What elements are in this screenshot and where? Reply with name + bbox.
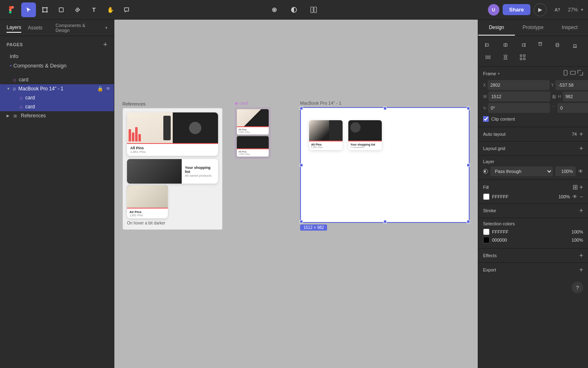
- layer-card-toplevel[interactable]: ◇ card: [0, 75, 114, 84]
- grid-snap-button[interactable]: [267, 2, 282, 17]
- figma-logo-icon[interactable]: [5, 3, 18, 16]
- constrain-proportions-button[interactable]: ⛓: [552, 94, 556, 99]
- selection-mid-right: [467, 164, 470, 167]
- clip-content-checkbox[interactable]: [483, 116, 489, 122]
- fill-section-header: Fill ⊞ +: [483, 183, 583, 191]
- sel-black-swatch[interactable]: [483, 237, 490, 243]
- hand-tool-button[interactable]: ✋: [103, 2, 118, 17]
- auto-layout-title: Auto layout: [483, 132, 506, 137]
- layout-grid-add-button[interactable]: +: [579, 145, 583, 152]
- lock-icon: 🔒: [97, 86, 103, 92]
- fill-color-swatch[interactable]: [483, 193, 490, 200]
- help-button[interactable]: ?: [572, 282, 583, 293]
- frame-resize-button[interactable]: [577, 70, 583, 77]
- theme-toggle-button[interactable]: [287, 2, 301, 17]
- pen-tool-button[interactable]: [70, 2, 85, 17]
- card-component-wrapper: ◆ card All Pins 1,851 Pins: [235, 101, 271, 159]
- align-bottom-button[interactable]: [568, 39, 581, 51]
- export-section: Export +: [478, 263, 588, 277]
- sel-color-row-black: 000000 100%: [483, 237, 583, 243]
- text-tool-button[interactable]: T: [87, 2, 101, 17]
- ai-button[interactable]: A?: [550, 2, 565, 17]
- w-input[interactable]: [488, 92, 550, 101]
- page-info[interactable]: info: [7, 52, 107, 61]
- align-center-h-button[interactable]: [499, 39, 512, 51]
- align-tools: [478, 36, 588, 66]
- sel-white-hex: FFFFFF: [492, 229, 569, 234]
- shape-tool-button[interactable]: [54, 2, 69, 17]
- mini-card-1-bg: [237, 109, 269, 126]
- auto-layout-add-button[interactable]: +: [579, 130, 583, 138]
- sel-white-swatch[interactable]: [483, 229, 490, 235]
- macbook-card-2-circle: [350, 122, 361, 132]
- layout-grid-section: Layout grid +: [478, 141, 588, 156]
- references-frame-wrapper: References: [122, 101, 223, 230]
- effects-add-button[interactable]: +: [579, 252, 583, 259]
- layer-card-child-2[interactable]: ◇ card: [0, 102, 114, 111]
- x-input[interactable]: [488, 80, 550, 90]
- fill-row: FFFFFF 100% 👁 −: [483, 193, 583, 200]
- assets-tab[interactable]: Assets: [28, 23, 42, 32]
- align-left-button[interactable]: [481, 39, 494, 51]
- comment-tool-button[interactable]: [119, 2, 134, 17]
- svg-rect-0: [43, 8, 47, 12]
- distribute-h-button[interactable]: [481, 52, 494, 63]
- mini-card-2-info: All Pins 1,851 Pins: [237, 149, 269, 157]
- xy-row: X Y: [483, 80, 583, 90]
- fill-add-button[interactable]: +: [579, 183, 583, 191]
- y-input[interactable]: [555, 80, 588, 90]
- frame-tool-button[interactable]: [38, 2, 52, 17]
- add-page-button[interactable]: +: [103, 41, 107, 48]
- layer-card-child-1[interactable]: ◇ card: [0, 93, 114, 102]
- fill-visibility-button[interactable]: 👁: [572, 194, 577, 200]
- frame-landscape-button[interactable]: [570, 70, 576, 77]
- fill-options-button[interactable]: ⊞: [572, 183, 578, 191]
- frame-icons: [563, 70, 583, 77]
- fill-opacity-value[interactable]: 100%: [554, 194, 570, 199]
- macbook-frame[interactable]: All Pins 1,851 Pins Your shopping list: [300, 107, 470, 223]
- layer-visibility-button[interactable]: 👁: [578, 168, 583, 174]
- export-add-button[interactable]: +: [579, 266, 583, 274]
- design-tab[interactable]: Design: [478, 20, 515, 36]
- toolbar: T ✋ U Share ▶ A? 27% ▾: [0, 0, 588, 20]
- distribute-v-button[interactable]: [499, 52, 512, 63]
- fill-color-value[interactable]: FFFFFF: [492, 194, 551, 199]
- card-mini-frame[interactable]: All Pins 1,851 Pins All Pins 1,851 Pins: [235, 107, 271, 159]
- tidy-up-button[interactable]: [516, 52, 529, 63]
- macbook-frame-label: MacBook Pro 14" - 1: [300, 101, 470, 105]
- prototype-tab[interactable]: Prototype: [515, 20, 552, 36]
- zoom-chevron-icon: ▾: [581, 7, 583, 12]
- canvas[interactable]: References: [114, 20, 478, 368]
- align-middle-v-button[interactable]: [551, 39, 564, 51]
- references-layer-label: References: [21, 113, 46, 119]
- zoom-level[interactable]: 27%: [568, 7, 578, 13]
- frame-portrait-button[interactable]: [563, 70, 568, 77]
- play-button[interactable]: ▶: [534, 3, 547, 16]
- multiplayer-button[interactable]: [306, 2, 321, 17]
- component-icon-3: ◇: [20, 105, 23, 109]
- svg-rect-29: [523, 55, 525, 56]
- align-top-button[interactable]: [534, 39, 547, 51]
- h-input[interactable]: [563, 92, 588, 101]
- corner-radius-input[interactable]: [557, 103, 588, 113]
- pages-title: Pages: [7, 42, 23, 47]
- selection-colors-section: Selection colors FFFFFF 100% 000000 100%: [478, 218, 588, 249]
- move-tool-button[interactable]: [21, 2, 36, 17]
- blend-mode-select[interactable]: Pass through: [490, 166, 553, 176]
- layers-tab[interactable]: Layers: [7, 23, 21, 33]
- auto-layout-value: 74: [572, 132, 577, 137]
- share-button[interactable]: Share: [503, 4, 530, 15]
- macbook-card-1-right: [329, 120, 343, 141]
- opacity-input[interactable]: [555, 166, 576, 176]
- layer-macbook[interactable]: ▼ ⊞ MacBook Pro 14" - 1 🔒 👁: [0, 84, 114, 93]
- layer-references[interactable]: ▶ ⊞ References: [0, 111, 114, 120]
- align-right-button[interactable]: [516, 39, 529, 51]
- mini-card-2-bg: [237, 136, 269, 148]
- svg-rect-27: [504, 56, 507, 58]
- page-components[interactable]: ● Components & Design: [7, 61, 107, 70]
- inspect-tab[interactable]: Inspect: [551, 20, 588, 36]
- rotation-input[interactable]: [488, 103, 550, 113]
- stroke-add-button[interactable]: +: [579, 207, 583, 214]
- references-frame[interactable]: All Pins 1,851 Pins Your shopping list A…: [122, 108, 223, 230]
- fill-remove-button[interactable]: −: [580, 193, 583, 200]
